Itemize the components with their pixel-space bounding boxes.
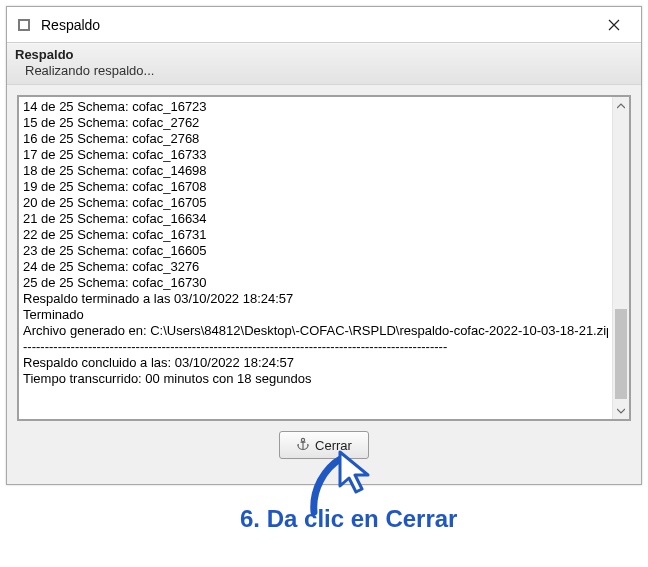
close-icon bbox=[608, 19, 620, 31]
log-line: 18 de 25 Schema: cofac_14698 bbox=[23, 163, 608, 179]
close-button-label: Cerrar bbox=[315, 438, 352, 453]
button-row: Cerrar bbox=[17, 421, 631, 459]
subheader-title: Respaldo bbox=[15, 47, 633, 62]
close-button[interactable]: Cerrar bbox=[279, 431, 369, 459]
window-title: Respaldo bbox=[41, 17, 593, 33]
svg-point-1 bbox=[301, 438, 304, 441]
log-panel: 14 de 25 Schema: cofac_1672315 de 25 Sch… bbox=[17, 95, 631, 421]
log-line: 25 de 25 Schema: cofac_16730 bbox=[23, 275, 608, 291]
log-line: Respaldo concluido a las: 03/10/2022 18:… bbox=[23, 355, 608, 371]
annotation-text: 6. Da clic en Cerrar bbox=[240, 505, 457, 533]
dialog-window: Respaldo Respaldo Realizando respaldo...… bbox=[6, 6, 642, 485]
scrollbar[interactable] bbox=[612, 97, 629, 419]
scroll-track[interactable] bbox=[613, 114, 629, 402]
anchor-icon bbox=[296, 437, 310, 454]
log-line: 23 de 25 Schema: cofac_16605 bbox=[23, 243, 608, 259]
subheader-status: Realizando respaldo... bbox=[15, 62, 633, 78]
scroll-thumb[interactable] bbox=[615, 309, 627, 399]
log-line: 22 de 25 Schema: cofac_16731 bbox=[23, 227, 608, 243]
log-output[interactable]: 14 de 25 Schema: cofac_1672315 de 25 Sch… bbox=[19, 97, 612, 419]
title-bar: Respaldo bbox=[7, 7, 641, 43]
chevron-down-icon bbox=[617, 408, 625, 414]
app-icon bbox=[17, 17, 33, 33]
scroll-down-button[interactable] bbox=[613, 402, 629, 419]
scroll-up-button[interactable] bbox=[613, 97, 629, 114]
log-line: 14 de 25 Schema: cofac_16723 bbox=[23, 99, 608, 115]
content-area: 14 de 25 Schema: cofac_1672315 de 25 Sch… bbox=[7, 85, 641, 469]
log-line: 15 de 25 Schema: cofac_2762 bbox=[23, 115, 608, 131]
svg-rect-0 bbox=[19, 20, 29, 30]
log-line: 24 de 25 Schema: cofac_3276 bbox=[23, 259, 608, 275]
log-line: 21 de 25 Schema: cofac_16634 bbox=[23, 211, 608, 227]
log-line: 16 de 25 Schema: cofac_2768 bbox=[23, 131, 608, 147]
log-line: Archivo generado en: C:\Users\84812\Desk… bbox=[23, 323, 608, 339]
window-close-button[interactable] bbox=[593, 11, 635, 39]
log-line: Terminado bbox=[23, 307, 608, 323]
sub-header: Respaldo Realizando respaldo... bbox=[7, 43, 641, 85]
chevron-up-icon bbox=[617, 103, 625, 109]
log-line: Respaldo terminado a las 03/10/2022 18:2… bbox=[23, 291, 608, 307]
log-line: ----------------------------------------… bbox=[23, 339, 608, 355]
log-line: 17 de 25 Schema: cofac_16733 bbox=[23, 147, 608, 163]
log-line: 20 de 25 Schema: cofac_16705 bbox=[23, 195, 608, 211]
log-line: 19 de 25 Schema: cofac_16708 bbox=[23, 179, 608, 195]
log-line: Tiempo transcurrido: 00 minutos con 18 s… bbox=[23, 371, 608, 387]
